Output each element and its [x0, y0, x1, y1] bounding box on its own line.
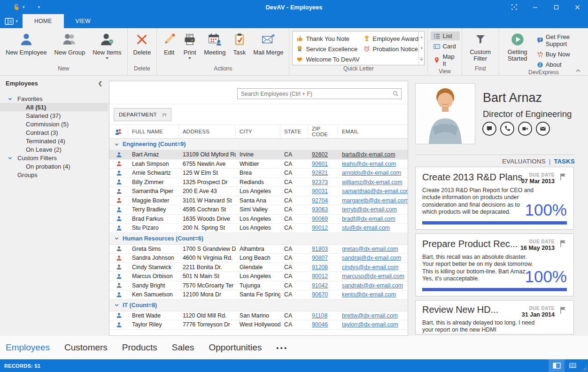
sidebar-item-custom-filters[interactable]: Custom Filters	[0, 154, 108, 162]
employee-row-terry-bradley[interactable]: Terry Bradley4595 Cochran StSimi ValleyC…	[109, 205, 408, 215]
employee-row-taylor-riley[interactable]: Taylor Riley7776 Torreyson DrWest Hollyw…	[109, 320, 408, 330]
reading-pane-toggle[interactable]	[549, 359, 565, 372]
employee-row-sandra-johnson[interactable]: Sandra Johnson4600 N Virginia Rd.Long Be…	[109, 254, 408, 263]
sidebar-item-terminated-4[interactable]: Terminated (4)	[0, 137, 108, 145]
sidebar-item-commission-5[interactable]: Commission (5)	[0, 120, 108, 128]
column-header-city[interactable]: CITY	[236, 125, 280, 138]
email-link[interactable]: terryb@dx-email.com	[342, 206, 397, 213]
email-link[interactable]: marcuso@dx-email.com	[342, 273, 404, 279]
resize-grip[interactable]	[580, 359, 588, 372]
collapse-panel-icon[interactable]: ❮	[98, 80, 102, 86]
group-by-department-chip[interactable]: DEPARTMENT	[114, 108, 171, 121]
employee-row-bart-arnaz[interactable]: Bart Arnaz13109 Old Myford RdIrvineCA926…	[109, 150, 408, 160]
about-button[interactable]: About	[534, 60, 586, 69]
email-link[interactable]: sandrab@dx-email.com	[342, 282, 403, 289]
zip-link[interactable]: 90031	[312, 188, 328, 194]
gallery-scroll-up[interactable]: ▲	[419, 31, 425, 43]
zip-link[interactable]: 92602	[312, 151, 328, 158]
zip-link[interactable]: 90807	[312, 255, 328, 261]
zip-link[interactable]: 91108	[312, 312, 327, 319]
tab-evaluations[interactable]: EVALUATIONS	[502, 158, 545, 165]
module-tab-overflow[interactable]: •••	[276, 344, 288, 351]
column-header-email[interactable]: EMAIL	[338, 125, 408, 138]
sidebar-item-salaried-37[interactable]: Salaried (37)	[0, 111, 108, 120]
email-link[interactable]: margaretb@dx-email.com	[342, 197, 408, 204]
email-link[interactable]: arnolds@dx-email.com	[342, 170, 401, 176]
edit-button[interactable]: Edit	[159, 31, 179, 56]
sidebar-item-groups[interactable]: Groups	[0, 170, 108, 179]
zip-link[interactable]: 90012	[312, 273, 328, 279]
zip-link[interactable]: 93063	[312, 206, 328, 213]
sidebar-item-favorites[interactable]: Favorites	[0, 94, 108, 103]
email-link[interactable]: gretas@dx-email.com	[342, 246, 398, 252]
tab-tasks[interactable]: TASKS	[554, 158, 575, 165]
email-link[interactable]: kents@dx-email.com	[342, 291, 396, 298]
gallery-scroll-down[interactable]: ▼	[419, 43, 425, 54]
employee-row-cindy-stanwick[interactable]: Cindy Stanwick2211 Bonita Dr.GlendaleCA9…	[109, 263, 408, 272]
employee-row-marcus-orbison[interactable]: Marcus Orbison501 N Main StLos AngelesCA…	[109, 272, 408, 281]
task-card-create-2013-r-d-plans[interactable]: Create 2013 R&D PlansDUE DATE07 Mar 2013…	[415, 167, 574, 230]
delete-button[interactable]: Delete	[130, 31, 155, 56]
email-link[interactable]: samanthap@dx-email.com	[342, 188, 408, 194]
email-link[interactable]: williamz@dx-email.com	[342, 179, 402, 186]
print-button[interactable]: Print	[179, 31, 200, 59]
module-tab-employees[interactable]: Employees	[6, 342, 50, 353]
employee-row-sandy-bright[interactable]: Sandy Bright7570 McGroarty TerTujungaCA9…	[109, 281, 408, 291]
module-tab-sales[interactable]: Sales	[172, 342, 194, 353]
employee-row-leah-simpson[interactable]: Leah Simpson6755 Newlin AveWhittierCA906…	[109, 160, 408, 169]
get-free-support-button[interactable]: ? Get Free Support	[534, 32, 586, 48]
employee-row-greta-sims[interactable]: Greta Sims1700 S Grandview Dr.AlhambraCA…	[109, 245, 408, 254]
view-list-button[interactable]: List	[431, 31, 459, 40]
chat-button[interactable]	[482, 122, 496, 136]
quick-letter-service-excellence[interactable]: Service Excellence	[296, 44, 359, 54]
zip-link[interactable]: 90046	[312, 321, 328, 328]
new-items-button[interactable]: New Items	[89, 31, 125, 59]
email-link[interactable]: brettw@dx-email.com	[342, 312, 398, 319]
tab-view[interactable]: VIEW	[64, 14, 102, 28]
zip-link[interactable]: 90069	[312, 216, 328, 222]
person-column-header[interactable]	[109, 125, 128, 138]
column-header-zip-code[interactable]: ZIP CODE	[308, 125, 338, 138]
zip-link[interactable]: 90670	[312, 291, 328, 298]
employee-row-billy-zimmer[interactable]: Billy Zimmer1325 Prospect DrRedlandsCA92…	[109, 178, 408, 187]
email-link[interactable]: stu@dx-email.com	[342, 225, 390, 231]
gallery-expand[interactable]	[419, 54, 425, 65]
employee-row-arnie-schwartz[interactable]: Arnie Schwartz125 W Elm StBreaCA92821arn…	[109, 169, 408, 178]
employee-row-brad-farkus[interactable]: Brad Farkus1635 Woods DriveLos AngelesCA…	[109, 215, 408, 224]
module-tab-opportunities[interactable]: Opportunities	[209, 342, 262, 353]
column-header-address[interactable]: ADDRESS	[179, 125, 236, 138]
zip-link[interactable]: 92373	[312, 179, 328, 186]
reading-view-toggle[interactable]	[565, 359, 580, 372]
quick-letter-welcome-to-devav[interactable]: Welcome To DevAV	[296, 54, 359, 64]
zip-link[interactable]: 90601	[312, 161, 328, 167]
chevron-down-icon[interactable]	[8, 97, 17, 101]
dpi-awareness-icon[interactable]	[503, 0, 525, 14]
video-call-button[interactable]	[518, 122, 532, 136]
close-button[interactable]	[567, 0, 588, 14]
employee-row-samantha-piper[interactable]: Samantha Piper200 E Ave 43Los AngelesCA9…	[109, 187, 408, 196]
column-header-state[interactable]: STATE	[280, 125, 308, 138]
getting-started-button[interactable]: Getting Started	[501, 31, 534, 62]
email-link[interactable]: cindys@dx-email.com	[342, 264, 398, 271]
employee-row-maggie-boxter[interactable]: Maggie Boxter3101 W Harvard StSanta AnaC…	[109, 196, 408, 206]
view-map-it-button[interactable]: Map It	[431, 52, 459, 68]
collapse-ribbon-button[interactable]	[576, 69, 580, 72]
view-card-button[interactable]: Card	[431, 42, 459, 51]
call-button[interactable]	[500, 122, 514, 136]
meeting-button[interactable]: Meeting	[200, 31, 229, 56]
new-employee-button[interactable]: New Employee	[2, 31, 50, 56]
employee-row-brett-wade[interactable]: Brett Wade1120 Old Mill Rd.San MarinoCA9…	[109, 311, 408, 321]
email-link[interactable]: bradf@dx-email.com	[342, 216, 395, 222]
sidebar-item-on-leave-2[interactable]: On Leave (2)	[0, 145, 108, 154]
maximize-button[interactable]	[546, 0, 567, 14]
quick-letter-probation-notice[interactable]: Probation Notice	[364, 44, 418, 54]
sidebar-item-contract-3[interactable]: Contract (3)	[0, 128, 108, 137]
group-row-engineering-count-9[interactable]: Engineering (Count=9)	[109, 139, 408, 150]
employee-row-ken-samuelson[interactable]: Ken Samuelson12100 Mora DrSanta Fe Sprin…	[109, 290, 408, 300]
email-link[interactable]: taylorr@dx-email.com	[342, 321, 398, 328]
task-button[interactable]: Task	[229, 31, 249, 56]
sidebar-item-all-51[interactable]: All (51)	[0, 103, 108, 111]
quick-letter-employee-award[interactable]: Employee Award	[364, 33, 418, 44]
column-header-full-name[interactable]: FULL NAME	[128, 125, 179, 138]
zip-link[interactable]: 91042	[312, 282, 328, 289]
